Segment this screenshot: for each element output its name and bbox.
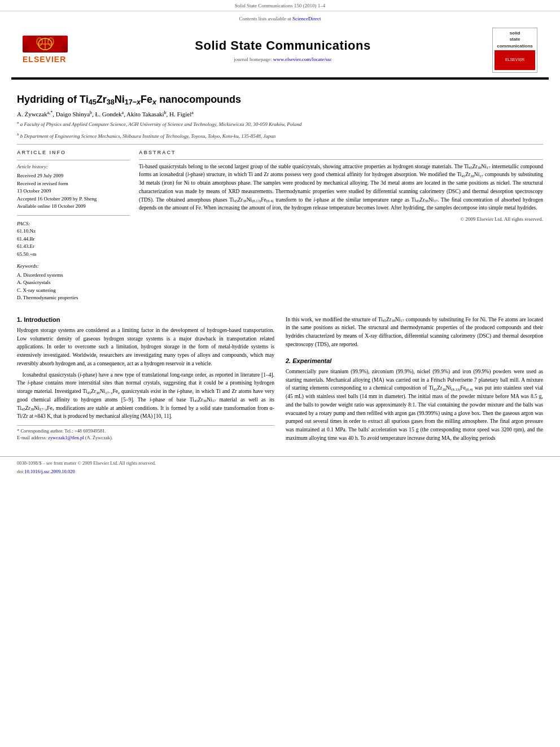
abstract-section: ABSTRACT Ti-based quasicrystals belong t…: [139, 149, 543, 223]
revised-date: 13 October 2009: [17, 187, 130, 195]
pacs-4: 65.50.+m: [17, 251, 130, 259]
keyword-2: A. Quasicrystals: [17, 279, 130, 287]
main-content: Hydriding of Ti45Zr38Ni17−xFex nanocompo…: [0, 80, 560, 456]
keywords-section: Keywords: A. Disordered systems A. Quasi…: [17, 263, 130, 302]
abstract-col: ABSTRACT Ti-based quasicrystals belong t…: [139, 149, 543, 302]
pacs-2: 61.44.Br: [17, 235, 130, 243]
article-info-col: ARTICLE INFO Article history: Received 2…: [17, 149, 130, 302]
journal-title: Solid State Communications: [73, 37, 492, 55]
article-info-header: ARTICLE INFO: [17, 149, 130, 157]
copyright-line: © 2009 Elsevier Ltd. All rights reserved…: [139, 216, 543, 223]
article-info: ARTICLE INFO Article history: Received 2…: [17, 149, 130, 302]
corresp-star: * Corresponding author. Tel.: +48 605949…: [17, 428, 274, 435]
affiliation-b: b b Department of Engineering Science Me…: [17, 133, 543, 140]
affil-divider: [17, 144, 543, 145]
section-1-text: Hydrogen storage systems are considered …: [17, 326, 274, 421]
s1-para-1: Hydrogen storage systems are considered …: [17, 326, 274, 368]
article-title: Hydriding of Ti45Zr38Ni17−xFex nanocompo…: [17, 93, 543, 106]
elsevier-tree-icon: [23, 36, 68, 53]
corresp-note: * Corresponding author. Tel.: +48 605949…: [17, 425, 274, 442]
s1-right-para: In this work, we modified the structure …: [286, 316, 543, 349]
doi-link[interactable]: 10.1016/j.ssc.2009.10.020: [24, 469, 75, 474]
journal-right-box: solidstatecommunications ELSEVIER: [492, 28, 537, 73]
history-label: Article history:: [17, 163, 130, 171]
accepted-date: Accepted 16 October 2009 by P. Sheng: [17, 195, 130, 203]
elsevier-logo-area: ELSEVIER: [23, 36, 73, 65]
contents-line: Contents lists available at ScienceDirec…: [11, 14, 549, 24]
body-area: 1. Introduction Hydrogen storage systems…: [17, 308, 543, 445]
s1-right-text: In this work, we modified the structure …: [286, 316, 543, 349]
pacs-section: PACS: 61.10.Nz 61.44.Br 61.43.Er 65.50.+…: [17, 220, 130, 259]
top-bar: Solid State Communications 150 (2010) 1–…: [0, 0, 560, 11]
s1-para-2: Icosahedral quasicrystals (i-phase) have…: [17, 371, 274, 421]
corresp-email: E-mail address: zywczak1@tlen.pl (A. Żyw…: [17, 435, 274, 442]
section-1-right: In this work, we modified the structure …: [286, 316, 543, 349]
corresp-email-link[interactable]: zywczak1@tlen.pl: [48, 435, 84, 440]
section-2-title: 2. Experimental: [286, 357, 543, 365]
contents-text: Contents lists available at: [239, 16, 291, 21]
pacs-header: PACS:: [17, 220, 130, 228]
authors: A. Żywczaka,*, Daigo Shinyab, Ł. Gondeka…: [17, 110, 543, 119]
received-date: Received 29 July 2009: [17, 172, 130, 180]
body-left-col: 1. Introduction Hydrogen storage systems…: [17, 308, 274, 445]
homepage-link[interactable]: www.elsevier.com/locate/ssc: [273, 56, 332, 62]
corresp-email-note: (A. Żywczak).: [85, 435, 113, 440]
footer-copyright: 0038-1098/$ – see front matter © 2009 El…: [17, 460, 543, 467]
footer: 0038-1098/$ – see front matter © 2009 El…: [0, 456, 560, 478]
homepage-label: journal homepage:: [234, 56, 272, 62]
abstract-header: ABSTRACT: [139, 149, 543, 156]
abstract-text: Ti-based quasicrystals belong to the sec…: [139, 163, 543, 212]
keyword-3: C. X-ray scattering: [17, 287, 130, 295]
journal-homepage: journal homepage: www.elsevier.com/locat…: [73, 56, 492, 63]
section-2: 2. Experimental Commercially pure titani…: [286, 357, 543, 443]
available-date: Available online 18 October 2009: [17, 203, 130, 211]
elsevier-label: ELSEVIER: [23, 54, 66, 65]
journal-title-area: Solid State Communications journal homep…: [73, 37, 492, 63]
keywords-header: Keywords:: [17, 263, 130, 270]
info-abstract-area: ARTICLE INFO Article history: Received 2…: [17, 149, 543, 302]
footer-doi: doi:10.1016/j.ssc.2009.10.020: [17, 469, 543, 475]
sciencedirect-link[interactable]: ScienceDirect: [292, 16, 321, 21]
journal-header: ELSEVIER Solid State Communications jour…: [11, 23, 549, 78]
keyword-1: A. Disordered systems: [17, 272, 130, 279]
pacs-1: 61.10.Nz: [17, 228, 130, 235]
revised-label: Received in revised form: [17, 180, 130, 188]
section-1-title: 1. Introduction: [17, 316, 274, 324]
journal-citation: Solid State Communications 150 (2010) 1–…: [235, 3, 326, 8]
body-right-col: In this work, we modified the structure …: [286, 308, 543, 445]
section-1: 1. Introduction Hydrogen storage systems…: [17, 316, 274, 421]
keyword-4: D. Thermodynamic properties: [17, 294, 130, 302]
s2-para-1: Commercially pure titanium (99.9%), zirc…: [286, 368, 543, 442]
section-2-text: Commercially pure titanium (99.9%), zirc…: [286, 368, 543, 442]
page: Solid State Communications 150 (2010) 1–…: [0, 0, 560, 747]
affiliation-a: a a Faculty of Physics and Applied Compu…: [17, 121, 543, 128]
pacs-3: 61.43.Er: [17, 243, 130, 251]
